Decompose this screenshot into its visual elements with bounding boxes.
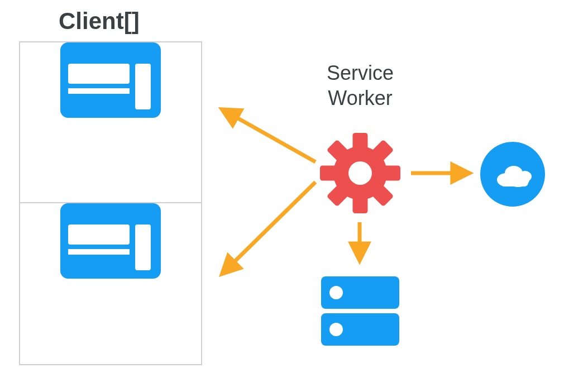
clients-array-title: Client[] — [59, 8, 140, 35]
diagram-canvas: Client[] Client[0] Client[1] — [0, 0, 564, 392]
svg-rect-10 — [353, 195, 368, 213]
svg-rect-6 — [68, 249, 130, 255]
client-card-0: Client[0] — [20, 42, 201, 203]
clients-container: Client[0] Client[1] — [19, 41, 202, 365]
svg-rect-12 — [382, 166, 400, 181]
arrow-sw-to-client0 — [222, 109, 316, 162]
gear-icon — [318, 131, 402, 217]
svg-rect-2 — [68, 88, 130, 94]
sw-label-line2: Worker — [328, 87, 392, 109]
svg-rect-11 — [320, 166, 338, 181]
arrow-sw-to-client1 — [222, 182, 316, 274]
svg-point-21 — [329, 323, 343, 336]
svg-rect-9 — [353, 133, 368, 151]
cloud-icon — [479, 141, 546, 210]
svg-rect-5 — [68, 224, 130, 245]
client-card-1: Client[1] — [20, 203, 201, 364]
svg-rect-27 — [500, 179, 528, 187]
sw-label-line1: Service — [327, 61, 394, 84]
svg-rect-3 — [135, 64, 151, 109]
database-icon — [318, 265, 402, 351]
svg-rect-1 — [68, 64, 130, 84]
svg-rect-7 — [135, 224, 151, 270]
service-worker-label: Service Worker — [310, 60, 410, 111]
svg-point-19 — [329, 286, 343, 299]
svg-point-17 — [348, 161, 372, 185]
browser-window-icon — [60, 42, 161, 120]
browser-window-icon — [60, 203, 161, 281]
